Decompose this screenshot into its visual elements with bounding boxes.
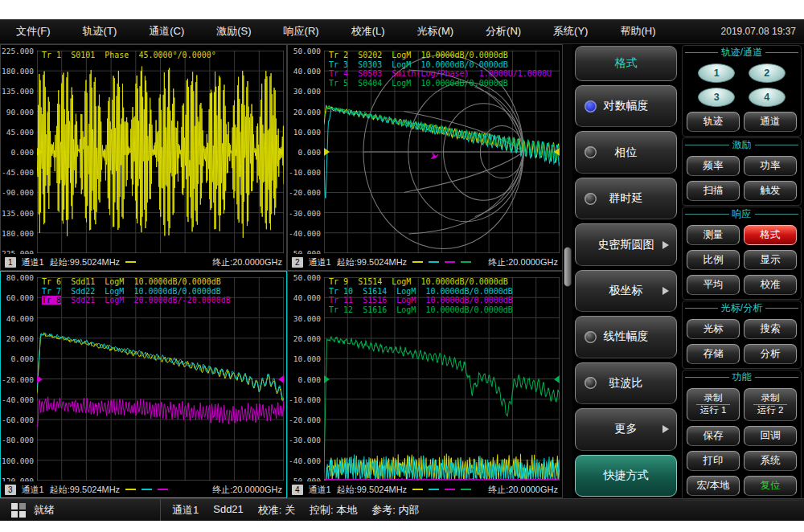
hardkey-row: 扫描触发 [685,181,798,201]
chart-4[interactable]: 50.00040.00030.00020.00010.0000.000-10.0… [287,271,563,498]
hardkey-存储[interactable]: 存储 [687,344,740,364]
panel-section-title: 功能 [685,370,798,383]
hardkey-保存[interactable]: 保存 [687,426,740,446]
hardkey-label: 回调 [761,429,781,443]
hardkey-轨迹[interactable]: 轨迹 [687,112,740,132]
y-axis-labels: 50.00040.00030.00020.00010.0000.000-10.0… [288,277,323,481]
softkey-4[interactable]: 史密斯圆图 [575,223,677,265]
hardkey-平均[interactable]: 平均 [687,275,740,295]
trace-color-dash [445,489,455,490]
menu-item-1[interactable]: 文件(F) [0,19,67,43]
y-tick-label: 40.000 [6,313,34,322]
hardkey-label: 格式 [761,228,781,242]
menu-item-8[interactable]: 分析(N) [470,19,537,43]
softkey-panel: 格式对数幅度相位群时延史密斯圆图极坐标线性幅度驻波比更多快捷方式 [572,44,679,498]
hardkey-panel: 轨迹/通道1234轨迹通道激励频率功率扫描触发响应测量格式比例显示平均校准光标/… [679,44,804,498]
trace-select-button-4[interactable]: 4 [749,88,786,107]
softkey-label: 更多 [615,422,638,436]
hardkey-row: 轨迹通道 [685,112,798,132]
y-tick-label: 50.000 [293,273,321,282]
hardkey-显示[interactable]: 显示 [744,250,797,270]
status-grid-icon[interactable] [11,503,26,518]
trace-id-label: Tr 11 [329,296,353,305]
menu-item-4[interactable]: 激励(S) [200,19,267,43]
y-tick-label: 0.000 [10,354,34,363]
softkey-6[interactable]: 线性幅度 [575,316,677,358]
panel-section-2: 激励频率功率扫描触发 [682,137,802,206]
hardkey-label: 复位 [761,479,781,493]
hardkey-光标[interactable]: 光标 [687,319,740,339]
panel-section-5: 功能录制运行 1录制运行 2保存回调打印系统宏/本地复位 [682,370,802,501]
y-tick-label: -180.000 [0,228,34,237]
hardkey-宏/本地[interactable]: 宏/本地 [687,476,740,496]
chart-footer: 4通道1起始:99.5024MHz终止:20.0000GHz [288,481,562,497]
hardkey-格式[interactable]: 格式 [744,225,797,245]
chart-2[interactable]: 50.00040.00030.00020.00010.0000.000-10.0… [287,44,563,271]
hardkey-row: 平均校准 [685,275,798,295]
ref-level-marker-left [37,148,43,156]
panel-section-title: 轨迹/通道 [685,46,798,59]
trace-color-dash [125,261,136,263]
hardkey-系统[interactable]: 系统 [744,451,797,471]
hardkey-分析[interactable]: 分析 [744,344,797,364]
hardkey-label: 宏/本地 [697,479,730,493]
trace-id-label: Tr 2 [329,51,348,59]
softkey-9[interactable]: 快捷方式 [575,455,677,497]
chart-3[interactable]: 80.00060.00040.00020.0000.000-20.000-40.… [0,271,287,498]
hardkey-录制-运行 1[interactable]: 录制运行 1 [687,388,740,421]
trace-select-button-1[interactable]: 1 [698,63,735,83]
hardkey-录制-运行 2[interactable]: 录制运行 2 [744,388,797,421]
sweep-start-label: 起始:99.5024MHz [50,484,120,496]
sweep-stop-label: 终止:20.0000GHz [488,256,558,268]
trace-legend: Tr 6 Sdd11 LogM 10.0000dB/0.0000dBTr 7 S… [42,277,231,305]
menu-item-5[interactable]: 响应(R) [268,19,335,43]
trace-color-dash [158,489,168,490]
softkey-1[interactable]: 对数幅度 [575,85,677,127]
hardkey-频率[interactable]: 频率 [687,156,740,176]
softkey-7[interactable]: 驻波比 [575,362,677,404]
panel-slider-handle[interactable] [564,247,572,287]
status-item: 校准: 关 [258,503,295,518]
y-tick-label: 45.000 [6,127,34,136]
softkey-3[interactable]: 群时延 [575,178,677,219]
trace-select-button-2[interactable]: 2 [749,63,786,83]
hardkey-功率[interactable]: 功率 [744,156,797,176]
hardkey-row: 保存回调 [685,426,798,446]
trace-color-dash [461,261,471,263]
chart-1[interactable]: 225.000180.000135.00090.00045.0000.000-4… [0,44,287,271]
trace-legend-line: Tr 10 S1614 LogM 10.0000dB/0.0000dB [329,287,513,297]
y-tick-label: -40.000 [2,395,34,403]
menu-bar: 文件(F)轨迹(T)通道(C)激励(S)响应(R)校准(L)光标(M)分析(N)… [0,19,804,44]
menu-item-3[interactable]: 通道(C) [133,19,200,43]
menu-item-9[interactable]: 系统(Y) [537,19,604,43]
trace-select-button-3[interactable]: 3 [698,88,735,107]
menu-item-6[interactable]: 校准(L) [335,19,401,43]
hardkey-扫描[interactable]: 扫描 [687,181,740,201]
hardkey-校准[interactable]: 校准 [744,275,797,295]
hardkey-row: 测量格式 [685,225,798,245]
menu-item-7[interactable]: 光标(M) [401,19,470,43]
hardkey-触发[interactable]: 触发 [744,181,797,201]
trace-legend: Tr 9 S1514 LogM 10.0000dB/0.0000dBTr 10 … [329,277,513,314]
chart-footer: 3通道1起始:99.5024MHz终止:20.0000GHz [1,481,286,497]
sweep-start-label: 起始:99.5024MHz [337,256,407,268]
hardkey-比例[interactable]: 比例 [687,250,740,270]
radio-icon [585,377,597,389]
hardkey-复位[interactable]: 复位 [744,476,797,496]
screenshot-root: { "titlebar": { "menus": ["文件(F)", "轨迹(T… [0,0,804,532]
y-tick-label: -40.000 [289,456,321,464]
status-bar: 就绪 通道1Sdd21校准: 关控制: 本地参考: 内部 [0,498,804,521]
hardkey-通道[interactable]: 通道 [744,112,797,132]
softkey-8[interactable]: 更多 [575,408,677,450]
trace-id-label: Tr 8 [42,296,61,305]
softkey-2[interactable]: 相位 [575,131,677,173]
softkey-5[interactable]: 极坐标 [575,270,677,312]
hardkey-回调[interactable]: 回调 [744,426,797,446]
hardkey-搜索[interactable]: 搜索 [744,319,797,339]
y-tick-label: -30.000 [289,208,321,217]
y-tick-label: 40.000 [293,67,321,76]
hardkey-打印[interactable]: 打印 [687,451,740,471]
hardkey-测量[interactable]: 测量 [687,225,740,245]
menu-item-10[interactable]: 帮助(H) [604,19,671,43]
menu-item-2[interactable]: 轨迹(T) [67,19,133,43]
